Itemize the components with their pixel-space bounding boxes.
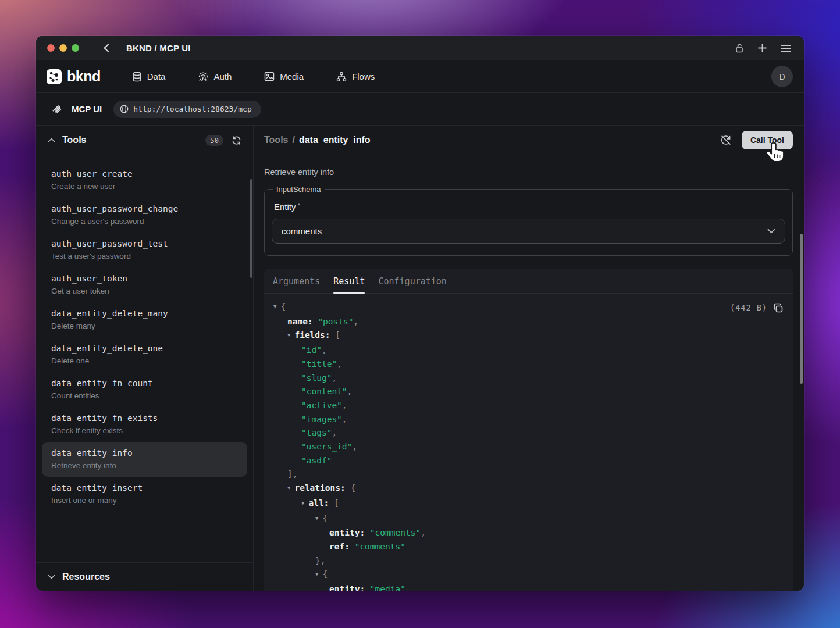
tool-list-item[interactable]: data_entity_delete_oneDelete one [42,337,247,372]
app-window: BKND / MCP UI bknd DataAuthMediaFlows D [36,36,804,591]
collapse-triangle-icon[interactable]: ▼ [315,568,318,581]
menu-icon[interactable] [781,44,791,52]
bknd-logo[interactable]: bknd [47,68,101,85]
refresh-icon[interactable] [232,135,241,145]
tool-desc: Change a user's password [51,217,238,226]
chevron-down-icon [767,229,775,234]
back-icon[interactable] [102,44,110,52]
tools-sidebar: Tools 50 auth_user_createCreate a new us… [36,126,254,591]
entity-label-text: Entity [274,202,296,212]
main-panel: Tools / data_entity_info Call Tool Retri… [254,126,804,591]
tool-name: auth_user_create [51,169,238,179]
tool-list-item[interactable]: auth_user_createCreate a new user [42,163,247,198]
input-schema-fieldset: InputSchema Entity* comments [264,185,793,256]
input-schema-legend: InputSchema [273,185,325,194]
plus-icon[interactable] [757,43,767,53]
tool-list-item[interactable]: data_entity_infoRetrieve entity info [42,442,247,477]
json-line[interactable]: ▼fields: [ [264,329,784,344]
chevron-down-icon [48,575,55,579]
copy-icon[interactable] [773,303,784,313]
entity-select[interactable]: comments [272,219,785,244]
tools-header-label: Tools [62,135,86,145]
mcp-title: MCP UI [72,104,102,114]
tool-desc: Test a user's password [51,252,238,261]
tool-list-item[interactable]: auth_user_tokenGet a user token [42,267,247,302]
tool-name: data_entity_delete_many [51,309,238,318]
call-tool-button[interactable]: Call Tool [742,131,793,149]
tool-list-item[interactable]: data_entity_fn_countCount entities [42,372,247,407]
sidebar-scrollbar[interactable] [250,179,252,278]
entity-select-value: comments [282,226,322,236]
nav-item-auth[interactable]: Auth [198,72,232,82]
collapse-triangle-icon[interactable]: ▼ [315,512,318,526]
nav-item-media[interactable]: Media [264,72,304,82]
json-line[interactable]: ▼relations: { [264,481,784,497]
desktop: { "window": { "title": "BKND / MCP UI", … [0,0,840,628]
required-asterisk: * [298,202,301,210]
window-title: BKND / MCP UI [126,43,191,53]
breadcrumb-section[interactable]: Tools [264,135,288,145]
brand-name: bknd [67,68,101,85]
zoom-button[interactable] [72,44,79,52]
main-body: Retrieve entity info InputSchema Entity*… [254,155,804,591]
top-nav: bknd DataAuthMediaFlows D [36,60,804,93]
json-line: name: "posts", [264,315,784,329]
nav-item-label: Flows [352,72,375,81]
mcp-icon [51,104,63,115]
main-scrollbar[interactable] [800,234,803,384]
tool-desc: Delete many [51,322,238,330]
breadcrumb-tool: data_entity_info [299,135,371,145]
nav-item-label: Auth [213,72,232,81]
collapse-triangle-icon[interactable]: ▼ [301,497,304,511]
refresh-off-icon[interactable] [720,134,732,146]
json-line: "id", [264,344,784,358]
result-json-view[interactable]: (442 B) ▼{name: "posts",▼fields: ["id","… [264,294,793,591]
json-line: "title", [264,358,784,372]
tools-header[interactable]: Tools 50 [36,126,253,155]
tool-name: data_entity_info [51,448,238,458]
tool-name: auth_user_token [51,274,238,283]
tool-desc: Create a new user [51,182,238,191]
tool-desc: Count entities [51,391,238,400]
json-line[interactable]: ▼{ [264,300,784,315]
tab-configuration[interactable]: Configuration [378,269,446,293]
mcp-url-pill[interactable]: http://localhost:28623/mcp [113,101,261,118]
nav-items: DataAuthMediaFlows [132,72,375,82]
tab-arguments[interactable]: Arguments [273,269,320,293]
json-line: entity: "comments", [264,526,784,540]
avatar[interactable]: D [771,66,793,87]
main-header: Tools / data_entity_info Call Tool [254,126,804,155]
json-line[interactable]: ▼all: [ [264,497,784,512]
tool-list-item[interactable]: auth_user_password_testTest a user's pas… [42,233,247,267]
collapse-triangle-icon[interactable]: ▼ [273,300,276,314]
collapse-triangle-icon[interactable]: ▼ [287,481,290,495]
result-size: (442 B) [730,301,767,315]
resources-header[interactable]: Resources [36,562,253,591]
nav-item-label: Media [280,72,304,81]
nav-item-flows[interactable]: Flows [336,72,375,82]
tool-list-item[interactable]: data_entity_fn_existsCheck if entity exi… [42,407,247,442]
json-line[interactable]: ▼{ [264,512,784,527]
collapse-triangle-icon[interactable]: ▼ [287,329,290,342]
lock-open-icon[interactable] [735,43,744,53]
tool-name: auth_user_password_change [51,204,238,213]
entity-field-label: Entity* [274,202,785,212]
json-line: ], [264,468,784,481]
tool-list-item[interactable]: data_entity_insertInsert one or many [42,477,247,512]
tool-list-item[interactable]: data_entity_delete_manyDelete many [42,302,247,337]
json-line[interactable]: ▼{ [264,568,784,583]
json-line: }, [264,554,784,568]
tool-desc: Delete one [51,356,238,365]
tool-name: data_entity_fn_exists [51,413,238,423]
bknd-logo-icon [47,69,62,84]
tab-result[interactable]: Result [333,269,365,293]
image-icon [264,72,275,81]
close-button[interactable] [47,44,55,52]
tool-desc: Get a user token [51,287,238,295]
nav-item-data[interactable]: Data [132,72,166,82]
json-line: ref: "comments" [264,540,784,554]
window-controls [47,44,79,52]
minimize-button[interactable] [59,44,67,52]
tool-list-item[interactable]: auth_user_password_changeChange a user's… [42,198,247,233]
content-area: Tools 50 auth_user_createCreate a new us… [36,126,804,591]
